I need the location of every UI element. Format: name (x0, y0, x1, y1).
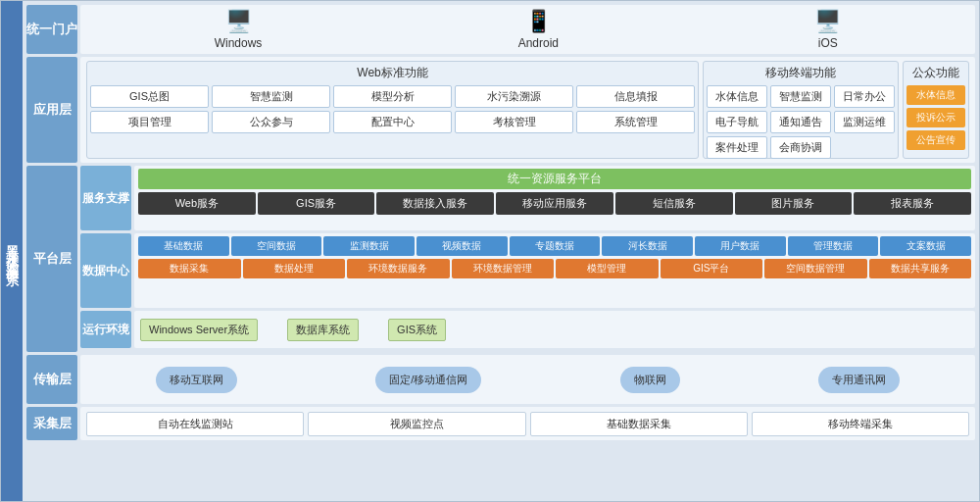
service-sms[interactable]: 短信服务 (615, 192, 733, 215)
mobile-section: 移动终端功能 水体信息 智慧监测 日常办公 电子导航 通知通告 监测运维 案件处… (703, 61, 899, 159)
service-buttons: Web服务 GIS服务 数据接入服务 移动应用服务 短信服务 图片服务 报表服务 (138, 192, 971, 215)
data-basic[interactable]: 基础数据 (138, 236, 229, 256)
data-gis-platform[interactable]: GIS平台 (661, 259, 763, 278)
data-center-content: 基础数据 空间数据 监测数据 视频数据 专题数据 河长数据 用户数据 管理数据 … (134, 233, 975, 308)
data-env-service[interactable]: 环境数据服务 (347, 259, 450, 278)
public-water-info[interactable]: 水体信息 (906, 85, 965, 105)
windows-icon: 🖥️ (225, 9, 252, 34)
data-share-service[interactable]: 数据共享服务 (869, 259, 972, 278)
runtime-db: 数据库系统 (287, 319, 359, 341)
data-video[interactable]: 视频数据 (416, 236, 508, 256)
web-row1: GIS总图 智慧监测 模型分析 水污染溯源 信息填报 (90, 85, 695, 108)
cloud-dedicated: 专用通讯网 (818, 367, 900, 393)
main-container: 黑臭水体监测体系 统一门户 🖥️ Windows 📱 Android (0, 0, 980, 502)
service-report[interactable]: 报表服务 (854, 192, 971, 215)
btn-water-pollution[interactable]: 水污染溯源 (455, 85, 573, 108)
cloud-mobile-internet-label: 移动互联网 (156, 367, 237, 393)
btn-system-mgmt[interactable]: 系统管理 (576, 111, 695, 133)
transport-row: 传输层 移动互联网 固定/移动通信网 物联网 专用通讯网 (26, 355, 975, 404)
cloud-fixed-mobile-label: 固定/移动通信网 (375, 367, 481, 393)
btn-project-mgmt[interactable]: 项目管理 (90, 111, 209, 133)
app-row: 应用层 Web标准功能 GIS总图 智慧监测 模型分析 水污染溯源 信息填报 (26, 57, 975, 163)
runtime-label: 运行环境 (80, 311, 131, 348)
public-announcement[interactable]: 公告宣传 (906, 130, 965, 150)
portal-label: 统一门户 (26, 5, 77, 54)
btn-smart-monitor[interactable]: 智慧监测 (212, 85, 330, 108)
cloud-mobile-internet: 移动互联网 (156, 367, 237, 393)
data-env-mgmt[interactable]: 环境数据管理 (452, 259, 555, 278)
service-image[interactable]: 图片服务 (735, 192, 853, 215)
data-doc[interactable]: 文案数据 (880, 236, 971, 256)
cloud-iot-label: 物联网 (620, 367, 680, 393)
btn-config-center[interactable]: 配置中心 (333, 111, 452, 133)
data-spatial-mgmt[interactable]: 空间数据管理 (764, 259, 867, 278)
data-collect[interactable]: 数据采集 (138, 259, 241, 278)
btn-info-report[interactable]: 信息填报 (576, 85, 695, 108)
mobile-conference[interactable]: 会商协调 (770, 136, 831, 159)
vertical-label: 黑臭水体监测体系 (1, 1, 23, 501)
data-river-chief[interactable]: 河长数据 (602, 236, 693, 256)
platform-ios: 🖥️ iOS (814, 9, 841, 50)
app-sections: Web标准功能 GIS总图 智慧监测 模型分析 水污染溯源 信息填报 项目管理 … (86, 61, 969, 159)
unified-platform-bar: 统一资源服务平台 (138, 169, 971, 189)
collect-mobile-terminal: 移动终端采集 (752, 412, 969, 436)
platform-android: 📱 Android (518, 9, 559, 50)
cloud-dedicated-label: 专用通讯网 (818, 367, 900, 393)
cloud-fixed-mobile: 固定/移动通信网 (375, 367, 481, 393)
service-mobile-app[interactable]: 移动应用服务 (496, 192, 613, 215)
mobile-monitor-ops[interactable]: 监测运维 (834, 111, 895, 133)
data-bottom-row: 数据采集 数据处理 环境数据服务 环境数据管理 模型管理 GIS平台 空间数据管… (138, 259, 971, 278)
data-center-label: 数据中心 (80, 233, 131, 308)
mobile-grid: 水体信息 智慧监测 日常办公 电子导航 通知通告 监测运维 案件处理 会商协调 (707, 85, 895, 159)
platform-layer-content: 服务支撑 统一资源服务平台 Web服务 GIS服务 数据接入服务 移动应用服务 … (80, 166, 975, 352)
btn-public-participate[interactable]: 公众参与 (212, 111, 330, 133)
transport-items: 移动互联网 固定/移动通信网 物联网 专用通讯网 (86, 359, 969, 400)
collect-video-point: 视频监控点 (308, 412, 525, 436)
data-user[interactable]: 用户数据 (695, 236, 786, 256)
btn-model-analysis[interactable]: 模型分析 (333, 85, 452, 108)
web-row2: 项目管理 公众参与 配置中心 考核管理 系统管理 (90, 111, 695, 133)
btn-assessment-mgmt[interactable]: 考核管理 (455, 111, 573, 133)
transport-label: 传输层 (26, 355, 77, 404)
runtime-gis: GIS系统 (388, 319, 446, 341)
cloud-iot: 物联网 (620, 367, 680, 393)
app-layer-label: 应用层 (26, 57, 77, 163)
collect-row: 采集层 自动在线监测站 视频监控点 基础数据采集 移动终端采集 (26, 407, 975, 440)
android-icon: 📱 (525, 9, 552, 34)
data-mgmt[interactable]: 管理数据 (788, 236, 879, 256)
ios-icon: 🖥️ (814, 9, 841, 34)
collect-label: 采集层 (26, 407, 77, 440)
data-special[interactable]: 专题数据 (510, 236, 601, 256)
runtime-windows: Windows Server系统 (140, 319, 258, 341)
platform-layer-row: 平台层 服务支撑 统一资源服务平台 Web服务 GIS服务 数据接入服务 (26, 166, 975, 352)
data-monitor[interactable]: 监测数据 (323, 236, 415, 256)
data-model-mgmt[interactable]: 模型管理 (556, 259, 659, 278)
data-spatial[interactable]: 空间数据 (231, 236, 322, 256)
runtime-content: Windows Server系统 数据库系统 GIS系统 (134, 311, 975, 348)
mobile-daily-office[interactable]: 日常办公 (834, 85, 895, 108)
mobile-e-nav[interactable]: 电子导航 (707, 111, 767, 133)
platform-layer-outer-label: 平台层 (26, 166, 77, 352)
mobile-case-handle[interactable]: 案件处理 (707, 136, 767, 159)
public-section: 公众功能 水体信息 投诉公示 公告宣传 (903, 61, 969, 159)
service-data-access[interactable]: 数据接入服务 (376, 192, 494, 215)
data-top-row: 基础数据 空间数据 监测数据 视频数据 专题数据 河长数据 用户数据 管理数据 … (138, 236, 971, 256)
android-label: Android (518, 36, 559, 50)
mobile-section-title: 移动终端功能 (707, 65, 895, 81)
web-section-title: Web标准功能 (90, 65, 695, 81)
service-support-section: 服务支撑 统一资源服务平台 Web服务 GIS服务 数据接入服务 移动应用服务 … (80, 166, 975, 230)
mobile-smart-monitor[interactable]: 智慧监测 (770, 85, 831, 108)
ios-label: iOS (818, 36, 838, 50)
mobile-notice[interactable]: 通知通告 (770, 111, 831, 133)
mobile-water-info[interactable]: 水体信息 (707, 85, 767, 108)
service-support-label: 服务支撑 (80, 166, 131, 230)
service-gis[interactable]: GIS服务 (258, 192, 375, 215)
public-complaint[interactable]: 投诉公示 (906, 108, 965, 127)
platform-inner-cols: 服务支撑 统一资源服务平台 Web服务 GIS服务 数据接入服务 移动应用服务 … (80, 166, 975, 352)
runtime-section: 运行环境 Windows Server系统 数据库系统 GIS系统 (80, 311, 975, 348)
public-section-title: 公众功能 (906, 65, 965, 81)
collect-content: 自动在线监测站 视频监控点 基础数据采集 移动终端采集 (80, 407, 975, 440)
data-process[interactable]: 数据处理 (243, 259, 346, 278)
btn-gis-overview[interactable]: GIS总图 (90, 85, 209, 108)
service-web[interactable]: Web服务 (138, 192, 256, 215)
